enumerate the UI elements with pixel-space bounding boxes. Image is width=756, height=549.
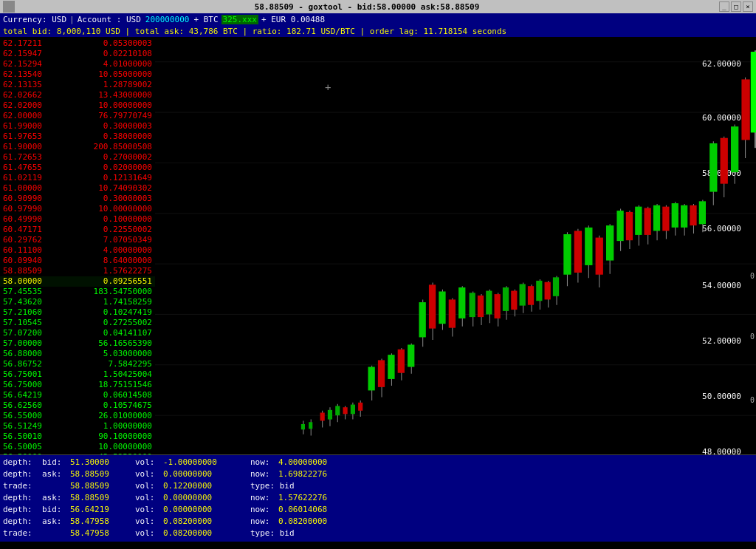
list-item: 57.0000056.16565390 bbox=[0, 338, 155, 349]
list-item: 56.5000510.00000000 bbox=[0, 442, 155, 452]
list-item: 56.625600.10574675 bbox=[0, 400, 155, 411]
svg-rect-21 bbox=[351, 405, 355, 415]
list-item: 61.990000.30000003 bbox=[0, 121, 155, 132]
list-item: 57.45535183.54750000 bbox=[0, 287, 155, 297]
account-label: Account : USD bbox=[78, 15, 141, 24]
list-item: 61.90000200.85000508 bbox=[0, 142, 155, 152]
svg-rect-29 bbox=[388, 355, 394, 379]
svg-rect-49 bbox=[486, 291, 492, 315]
list-item: 61.976530.38000000 bbox=[0, 132, 155, 142]
list-item: 60.909900.30000003 bbox=[0, 194, 155, 204]
svg-rect-89 bbox=[672, 203, 678, 228]
list-item: 56.512491.00000000 bbox=[0, 421, 155, 432]
depth-row-1: depth: bid: 51.30000 vol: -1.00000000 no… bbox=[3, 457, 753, 468]
svg-rect-67 bbox=[563, 234, 571, 275]
svg-rect-27 bbox=[378, 360, 385, 386]
svg-rect-91 bbox=[681, 205, 687, 228]
depth-row-3: depth: ask: 58.88509 vol: 0.00000000 now… bbox=[3, 492, 753, 504]
svg-rect-69 bbox=[574, 231, 582, 273]
svg-rect-87 bbox=[662, 207, 669, 231]
price-list: 62.172110.05300003 62.159470.02210108 62… bbox=[0, 37, 155, 454]
svg-rect-73 bbox=[596, 238, 603, 275]
list-item: 62.0266213.43000000 bbox=[0, 90, 155, 100]
svg-rect-39 bbox=[439, 291, 445, 324]
svg-rect-83 bbox=[645, 208, 651, 234]
title-bar: 58.88509 - goxtool - bid:58.00000 ask:58… bbox=[0, 0, 756, 13]
trade-row-2: trade: 58.47958 vol: 0.08200000 type: bi… bbox=[3, 528, 753, 539]
svg-rect-57 bbox=[520, 284, 526, 305]
svg-rect-53 bbox=[503, 287, 509, 311]
svg-rect-95 bbox=[699, 201, 706, 224]
trade-row-1: trade: 58.88509 vol: 0.12200000 type: bi… bbox=[3, 480, 753, 492]
list-item: 56.5000043.52530000 bbox=[0, 452, 155, 454]
svg-rect-71 bbox=[585, 228, 592, 265]
list-item: 61.021190.12131649 bbox=[0, 173, 155, 183]
list-item: 62.0200010.00000000 bbox=[0, 100, 155, 111]
svg-rect-101 bbox=[731, 126, 738, 172]
svg-rect-63 bbox=[545, 282, 551, 300]
bottom-area: depth: bid: 51.30000 vol: -1.00000000 no… bbox=[0, 454, 756, 542]
svg-rect-23 bbox=[358, 403, 362, 411]
list-item: 60.111004.00000000 bbox=[0, 245, 155, 256]
info-bar: Currency: USD | Account : USD 200000000 … bbox=[0, 13, 756, 26]
list-item: 60.471710.22550002 bbox=[0, 225, 155, 235]
list-item: 60.297627.07050349 bbox=[0, 235, 155, 245]
close-button[interactable]: × bbox=[743, 1, 753, 12]
list-item: 62.131351.28789002 bbox=[0, 80, 155, 90]
svg-rect-55 bbox=[511, 291, 517, 310]
svg-rect-45 bbox=[470, 293, 475, 317]
svg-rect-81 bbox=[635, 207, 642, 235]
depth-row-4: depth: bid: 56.64219 vol: 0.00000000 now… bbox=[3, 504, 753, 516]
svg-rect-13 bbox=[320, 413, 325, 421]
svg-rect-9 bbox=[301, 424, 305, 429]
list-item: 56.5500026.01000000 bbox=[0, 411, 155, 421]
svg-rect-75 bbox=[606, 225, 614, 260]
info-bar2: total bid: 8,000,110 USD | total ask: 43… bbox=[0, 26, 756, 37]
spread-row: 58.000000.09256551 bbox=[0, 276, 155, 287]
list-item: 56.880005.03000000 bbox=[0, 349, 155, 359]
list-item: 56.5001090.10000000 bbox=[0, 432, 155, 442]
list-item: 56.7500018.75151546 bbox=[0, 380, 155, 390]
list-item: 57.436201.74158259 bbox=[0, 297, 155, 307]
window-controls: _ □ × bbox=[719, 1, 753, 12]
svg-rect-11 bbox=[309, 422, 312, 429]
chart-area: 62.00000 60.00000 58.00000 56.00000 54.0… bbox=[155, 37, 756, 454]
minimize-button[interactable]: _ bbox=[719, 1, 729, 12]
total-info: total bid: 8,000,110 USD | total ask: 43… bbox=[3, 27, 506, 36]
main-area: 62.172110.05300003 62.159470.02210108 62… bbox=[0, 37, 756, 454]
svg-rect-77 bbox=[616, 211, 623, 241]
list-item: 57.072000.04141107 bbox=[0, 328, 155, 338]
list-item: 62.159470.02210108 bbox=[0, 49, 155, 59]
svg-rect-59 bbox=[528, 286, 534, 305]
list-item: 61.0000010.74090302 bbox=[0, 183, 155, 194]
svg-rect-61 bbox=[536, 281, 542, 301]
maximize-button[interactable]: □ bbox=[731, 1, 741, 12]
svg-rect-51 bbox=[495, 294, 501, 318]
list-item: 60.9799010.00000000 bbox=[0, 204, 155, 214]
svg-rect-103 bbox=[741, 79, 749, 140]
list-item: 58.885091.57622275 bbox=[0, 266, 155, 276]
window-icon bbox=[3, 1, 15, 13]
svg-rect-43 bbox=[458, 287, 465, 318]
svg-rect-105 bbox=[751, 52, 756, 132]
svg-rect-97 bbox=[709, 143, 717, 192]
list-item: 60.499900.10000000 bbox=[0, 214, 155, 225]
svg-rect-25 bbox=[368, 367, 375, 391]
list-item: 56.867527.5842295 bbox=[0, 359, 155, 369]
list-item: 62.0000076.79770749 bbox=[0, 111, 155, 121]
svg-rect-35 bbox=[419, 302, 426, 337]
svg-rect-79 bbox=[626, 212, 633, 240]
svg-rect-65 bbox=[553, 277, 559, 296]
svg-rect-93 bbox=[690, 205, 696, 225]
list-item: 57.210600.10247419 bbox=[0, 307, 155, 318]
list-item: 62.1354010.05000000 bbox=[0, 69, 155, 80]
svg-rect-19 bbox=[343, 407, 348, 414]
currency-label: Currency: USD bbox=[3, 15, 66, 24]
svg-rect-85 bbox=[653, 205, 660, 231]
candlestick-chart bbox=[155, 37, 756, 454]
svg-rect-17 bbox=[335, 406, 340, 415]
svg-rect-41 bbox=[449, 299, 456, 327]
list-item: 61.476550.02000000 bbox=[0, 163, 155, 173]
svg-rect-37 bbox=[429, 284, 436, 328]
svg-rect-31 bbox=[398, 349, 405, 373]
